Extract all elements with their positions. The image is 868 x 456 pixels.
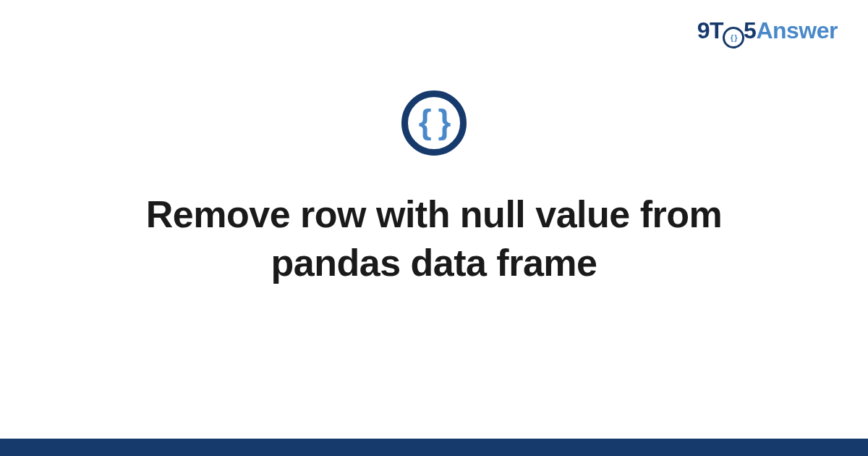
brand-9t: 9T [697, 17, 723, 43]
brand-5: 5 [744, 17, 756, 43]
braces-glyph: { } [419, 105, 450, 138]
brand-logo: 9T{ }5Answer [697, 17, 838, 46]
brand-answer: Answer [756, 17, 838, 43]
footer-bar [0, 439, 868, 456]
brand-ring-inner: { } [731, 33, 737, 42]
brand-ring-icon: { } [723, 27, 744, 48]
main-content: { } Remove row with null value from pand… [0, 90, 868, 287]
page-title: Remove row with null value from pandas d… [80, 190, 788, 287]
code-braces-icon: { } [401, 90, 467, 156]
